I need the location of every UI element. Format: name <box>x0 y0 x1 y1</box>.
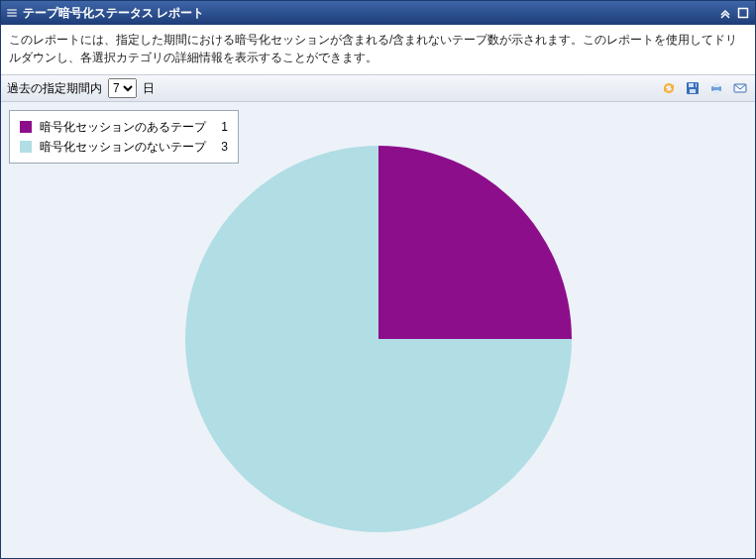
pie-slice <box>378 146 572 339</box>
titlebar: テープ暗号化ステータス レポート <box>1 1 755 25</box>
window-controls <box>719 7 749 19</box>
legend-swatch <box>20 121 32 133</box>
period-select[interactable]: 7 <box>108 78 137 98</box>
refresh-icon[interactable] <box>660 79 678 97</box>
svg-rect-0 <box>739 9 748 18</box>
collapse-icon[interactable] <box>719 7 731 19</box>
period-unit: 日 <box>143 80 155 97</box>
maximize-icon[interactable] <box>737 7 749 19</box>
report-window: テープ暗号化ステータス レポート このレポートには、指定した期間における暗号化セ… <box>0 0 756 559</box>
toolbar-icons <box>660 79 749 97</box>
svg-rect-3 <box>690 89 696 93</box>
print-icon[interactable] <box>707 79 725 97</box>
svg-rect-7 <box>713 90 719 94</box>
legend-swatch <box>20 141 32 153</box>
grip-icon <box>7 9 17 17</box>
toolbar: 過去の指定期間内 7 日 <box>1 74 755 102</box>
pie-chart <box>180 141 577 537</box>
legend-label: 暗号化セッションのあるテープ <box>40 117 206 137</box>
window-title: テープ暗号化ステータス レポート <box>23 5 719 22</box>
chart-area: 暗号化セッションのあるテープ 1 暗号化セッションのないテープ 3 <box>1 102 755 558</box>
svg-rect-6 <box>713 83 719 87</box>
period-label: 過去の指定期間内 <box>7 80 102 97</box>
legend-item: 暗号化セッションのあるテープ 1 <box>20 117 228 137</box>
save-icon[interactable] <box>684 79 702 97</box>
report-description: このレポートには、指定した期間における暗号化セッションが含まれる/含まれないテー… <box>1 25 755 74</box>
svg-rect-4 <box>694 83 696 87</box>
mail-icon[interactable] <box>731 79 749 97</box>
legend-value: 1 <box>214 117 228 137</box>
